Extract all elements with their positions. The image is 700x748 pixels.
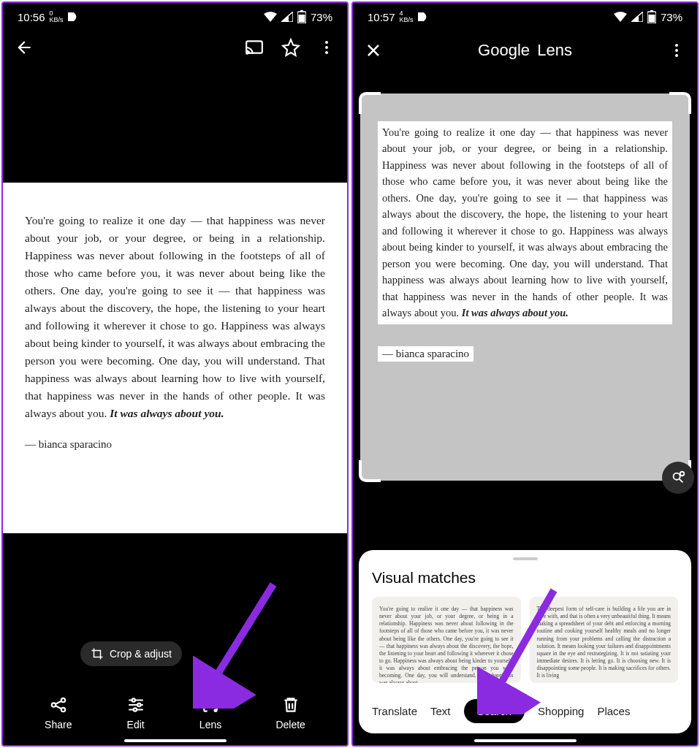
visual-matches-title: Visual matches xyxy=(359,569,691,597)
svg-rect-0 xyxy=(68,12,74,21)
svg-point-24 xyxy=(675,54,678,57)
edit-button[interactable]: Edit xyxy=(126,695,145,730)
signal-icon xyxy=(281,12,293,22)
wifi-icon xyxy=(614,12,627,22)
tab-shopping[interactable]: Shopping xyxy=(538,705,584,717)
lens-viewport[interactable]: You're going to realize it one day — tha… xyxy=(360,94,690,481)
svg-rect-21 xyxy=(648,15,655,23)
tab-search[interactable]: Search xyxy=(464,699,525,723)
svg-point-7 xyxy=(325,46,328,49)
svg-rect-20 xyxy=(650,10,653,12)
crop-adjust-chip[interactable]: Crop & adjust xyxy=(80,641,182,666)
lens-search-icon xyxy=(670,470,686,486)
svg-point-25 xyxy=(674,473,680,480)
battery-percent: 73% xyxy=(661,11,682,23)
star-outline-icon[interactable] xyxy=(281,38,300,57)
edit-icon xyxy=(126,695,145,714)
svg-point-14 xyxy=(133,708,136,711)
share-button[interactable]: Share xyxy=(45,695,72,730)
cast-icon[interactable] xyxy=(245,38,264,57)
svg-point-16 xyxy=(214,710,216,711)
lens-app-screen: 10:57 4 KB/s 73% Google Lens You're xyxy=(351,1,699,747)
lens-search-fab[interactable] xyxy=(662,462,694,494)
home-indicator[interactable] xyxy=(124,739,227,742)
status-left: 10:57 4 KB/s xyxy=(368,10,430,23)
crop-corner-icon[interactable] xyxy=(669,92,691,114)
status-right: 73% xyxy=(264,10,332,23)
status-bar: 10:56 0 KB/s 73% xyxy=(3,3,347,29)
svg-point-13 xyxy=(137,703,140,706)
svg-rect-2 xyxy=(300,10,303,12)
more-vert-icon[interactable] xyxy=(318,39,335,56)
crop-icon xyxy=(91,647,104,660)
drag-handle[interactable] xyxy=(513,557,538,560)
svg-rect-3 xyxy=(298,15,305,23)
crop-corner-icon[interactable] xyxy=(359,460,381,482)
quote-author: — bianca sparacino xyxy=(25,438,325,451)
battery-percent: 73% xyxy=(311,11,332,23)
lens-header: Google Lens xyxy=(353,29,697,72)
svg-point-26 xyxy=(680,472,685,476)
status-bar: 10:57 4 KB/s 73% xyxy=(353,3,697,29)
lens-mode-tabs: Translate Text Search Shopping Places xyxy=(359,696,691,723)
photo-viewer[interactable]: You're going to realize it one day — tha… xyxy=(3,183,347,533)
detected-text-block[interactable]: You're going to realize it one day — tha… xyxy=(378,121,672,324)
status-left: 10:56 0 KB/s xyxy=(18,10,80,23)
lens-icon xyxy=(201,695,220,714)
share-icon xyxy=(49,695,68,714)
photos-app-screen: 10:56 0 KB/s 73% You're going to realize… xyxy=(1,1,349,747)
svg-rect-18 xyxy=(418,12,424,21)
lens-title: Google Lens xyxy=(382,41,668,60)
home-indicator[interactable] xyxy=(474,739,577,742)
visual-matches-list: You're going to realize it one day — tha… xyxy=(359,597,691,696)
crop-corner-icon[interactable] xyxy=(359,92,381,114)
photos-header xyxy=(3,29,347,66)
svg-point-22 xyxy=(675,44,678,47)
back-arrow-icon[interactable] xyxy=(15,38,34,57)
battery-icon xyxy=(297,10,306,23)
svg-point-15 xyxy=(208,703,213,708)
signal-icon xyxy=(631,12,643,22)
wifi-icon xyxy=(264,12,277,22)
match-card[interactable]: The deepest form of self-care is buildin… xyxy=(530,597,679,683)
network-speed: 0 KB/s xyxy=(50,10,64,23)
svg-point-12 xyxy=(132,698,134,701)
detected-author[interactable]: — bianca sparacino xyxy=(378,346,473,362)
annotation-arrow xyxy=(193,577,288,709)
tab-places[interactable]: Places xyxy=(597,705,630,717)
lens-button[interactable]: Lens xyxy=(199,695,221,730)
svg-point-8 xyxy=(325,51,328,54)
svg-line-17 xyxy=(208,584,273,690)
status-time: 10:57 xyxy=(368,11,395,23)
status-time: 10:56 xyxy=(18,11,45,23)
battery-icon xyxy=(647,10,656,23)
tab-translate[interactable]: Translate xyxy=(372,705,417,717)
trash-icon xyxy=(281,695,300,714)
tab-text[interactable]: Text xyxy=(430,705,451,717)
quote-text: You're going to realize it one day — tha… xyxy=(25,212,325,422)
close-icon[interactable] xyxy=(365,42,382,59)
svg-point-6 xyxy=(325,41,328,44)
network-speed: 4 KB/s xyxy=(400,10,414,23)
bottom-action-bar: Share Edit Lens Delete xyxy=(3,695,347,730)
data-saver-icon xyxy=(418,12,430,21)
svg-point-23 xyxy=(675,49,678,52)
more-vert-icon[interactable] xyxy=(668,42,685,59)
svg-point-5 xyxy=(246,53,248,54)
delete-button[interactable]: Delete xyxy=(275,695,305,730)
match-card[interactable]: You're going to realize it one day — tha… xyxy=(372,597,521,683)
visual-matches-panel[interactable]: Visual matches You're going to realize i… xyxy=(359,550,691,733)
data-saver-icon xyxy=(68,12,80,21)
status-right: 73% xyxy=(614,10,682,23)
